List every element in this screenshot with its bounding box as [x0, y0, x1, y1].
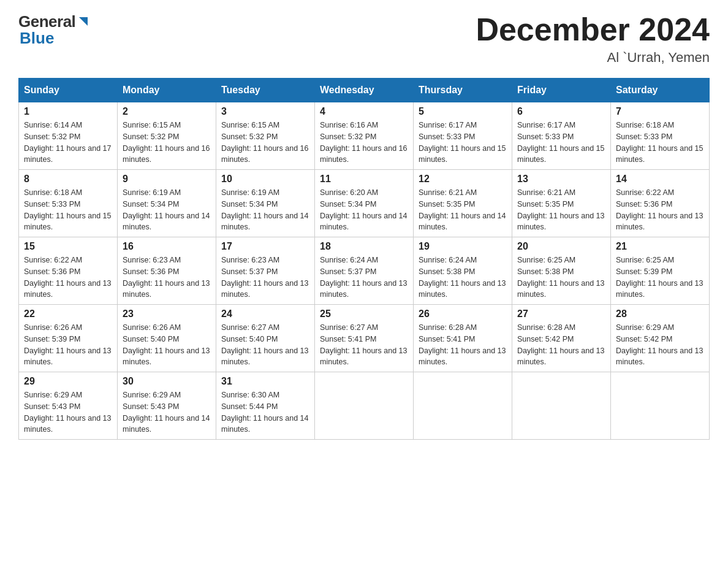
day-detail: Sunrise: 6:22 AM Sunset: 5:36 PM Dayligh…	[24, 255, 112, 301]
day-cell-12: 12 Sunrise: 6:21 AM Sunset: 5:35 PM Dayl…	[414, 170, 512, 237]
day-detail: Sunrise: 6:18 AM Sunset: 5:33 PM Dayligh…	[24, 187, 112, 233]
day-cell-25: 25 Sunrise: 6:27 AM Sunset: 5:41 PM Dayl…	[315, 305, 414, 372]
day-number: 17	[221, 241, 309, 252]
day-cell-5: 5 Sunrise: 6:17 AM Sunset: 5:33 PM Dayli…	[414, 102, 512, 170]
week-row-1: 1 Sunrise: 6:14 AM Sunset: 5:32 PM Dayli…	[19, 102, 710, 170]
day-number: 10	[221, 174, 309, 185]
day-detail: Sunrise: 6:29 AM Sunset: 5:43 PM Dayligh…	[24, 389, 112, 435]
weekday-header-thursday: Thursday	[414, 79, 512, 102]
day-number: 16	[123, 241, 211, 252]
empty-cell	[512, 372, 611, 440]
weekday-header-tuesday: Tuesday	[216, 79, 315, 102]
day-detail: Sunrise: 6:29 AM Sunset: 5:42 PM Dayligh…	[616, 322, 704, 368]
day-detail: Sunrise: 6:18 AM Sunset: 5:33 PM Dayligh…	[616, 120, 704, 166]
day-number: 31	[221, 376, 309, 387]
day-cell-7: 7 Sunrise: 6:18 AM Sunset: 5:33 PM Dayli…	[611, 102, 710, 170]
day-cell-9: 9 Sunrise: 6:19 AM Sunset: 5:34 PM Dayli…	[118, 170, 216, 237]
weekday-header-friday: Friday	[512, 79, 611, 102]
day-number: 26	[419, 308, 507, 320]
empty-cell	[611, 372, 710, 440]
day-detail: Sunrise: 6:25 AM Sunset: 5:38 PM Dayligh…	[517, 255, 605, 301]
weekday-header-sunday: Sunday	[19, 79, 118, 102]
day-cell-18: 18 Sunrise: 6:24 AM Sunset: 5:37 PM Dayl…	[315, 237, 414, 305]
day-number: 24	[221, 308, 309, 320]
day-number: 18	[320, 241, 408, 252]
empty-cell	[315, 372, 414, 440]
day-number: 23	[123, 308, 211, 320]
day-cell-23: 23 Sunrise: 6:26 AM Sunset: 5:40 PM Dayl…	[118, 305, 216, 372]
day-number: 6	[517, 106, 605, 117]
day-detail: Sunrise: 6:17 AM Sunset: 5:33 PM Dayligh…	[419, 120, 507, 166]
day-cell-29: 29 Sunrise: 6:29 AM Sunset: 5:43 PM Dayl…	[19, 372, 118, 440]
day-detail: Sunrise: 6:14 AM Sunset: 5:32 PM Dayligh…	[24, 120, 112, 166]
day-number: 1	[24, 106, 112, 117]
day-cell-19: 19 Sunrise: 6:24 AM Sunset: 5:38 PM Dayl…	[414, 237, 512, 305]
day-number: 27	[517, 308, 605, 320]
day-detail: Sunrise: 6:29 AM Sunset: 5:43 PM Dayligh…	[123, 389, 211, 435]
day-cell-21: 21 Sunrise: 6:25 AM Sunset: 5:39 PM Dayl…	[611, 237, 710, 305]
day-detail: Sunrise: 6:17 AM Sunset: 5:33 PM Dayligh…	[517, 120, 605, 166]
day-number: 25	[320, 308, 408, 320]
weekday-header-monday: Monday	[118, 79, 216, 102]
day-cell-2: 2 Sunrise: 6:15 AM Sunset: 5:32 PM Dayli…	[118, 102, 216, 170]
day-detail: Sunrise: 6:23 AM Sunset: 5:36 PM Dayligh…	[123, 255, 211, 301]
day-detail: Sunrise: 6:20 AM Sunset: 5:34 PM Dayligh…	[320, 187, 408, 233]
week-row-2: 8 Sunrise: 6:18 AM Sunset: 5:33 PM Dayli…	[19, 170, 710, 237]
day-cell-3: 3 Sunrise: 6:15 AM Sunset: 5:32 PM Dayli…	[216, 102, 315, 170]
day-detail: Sunrise: 6:21 AM Sunset: 5:35 PM Dayligh…	[419, 187, 507, 233]
weekday-header-row: SundayMondayTuesdayWednesdayThursdayFrid…	[19, 79, 710, 102]
day-number: 14	[616, 174, 704, 185]
day-cell-31: 31 Sunrise: 6:30 AM Sunset: 5:44 PM Dayl…	[216, 372, 315, 440]
calendar-title: December 2024	[476, 12, 710, 47]
day-detail: Sunrise: 6:16 AM Sunset: 5:32 PM Dayligh…	[320, 120, 408, 166]
day-number: 19	[419, 241, 507, 252]
empty-cell	[414, 372, 512, 440]
day-number: 11	[320, 174, 408, 185]
day-cell-17: 17 Sunrise: 6:23 AM Sunset: 5:37 PM Dayl…	[216, 237, 315, 305]
day-cell-24: 24 Sunrise: 6:27 AM Sunset: 5:40 PM Dayl…	[216, 305, 315, 372]
day-detail: Sunrise: 6:26 AM Sunset: 5:39 PM Dayligh…	[24, 322, 112, 368]
day-detail: Sunrise: 6:25 AM Sunset: 5:39 PM Dayligh…	[616, 255, 704, 301]
calendar-subtitle: Al `Urrah, Yemen	[476, 50, 710, 66]
day-number: 15	[24, 241, 112, 252]
day-cell-13: 13 Sunrise: 6:21 AM Sunset: 5:35 PM Dayl…	[512, 170, 611, 237]
day-number: 20	[517, 241, 605, 252]
day-cell-27: 27 Sunrise: 6:28 AM Sunset: 5:42 PM Dayl…	[512, 305, 611, 372]
day-cell-8: 8 Sunrise: 6:18 AM Sunset: 5:33 PM Dayli…	[19, 170, 118, 237]
day-cell-15: 15 Sunrise: 6:22 AM Sunset: 5:36 PM Dayl…	[19, 237, 118, 305]
day-detail: Sunrise: 6:24 AM Sunset: 5:37 PM Dayligh…	[320, 255, 408, 301]
day-detail: Sunrise: 6:19 AM Sunset: 5:34 PM Dayligh…	[221, 187, 309, 233]
day-cell-22: 22 Sunrise: 6:26 AM Sunset: 5:39 PM Dayl…	[19, 305, 118, 372]
day-cell-14: 14 Sunrise: 6:22 AM Sunset: 5:36 PM Dayl…	[611, 170, 710, 237]
day-detail: Sunrise: 6:24 AM Sunset: 5:38 PM Dayligh…	[419, 255, 507, 301]
title-block: December 2024 Al `Urrah, Yemen	[476, 12, 710, 66]
day-detail: Sunrise: 6:28 AM Sunset: 5:42 PM Dayligh…	[517, 322, 605, 368]
day-detail: Sunrise: 6:15 AM Sunset: 5:32 PM Dayligh…	[123, 120, 211, 166]
day-number: 13	[517, 174, 605, 185]
page-header: General Blue December 2024 Al `Urrah, Ye…	[18, 12, 710, 66]
day-number: 3	[221, 106, 309, 117]
day-number: 12	[419, 174, 507, 185]
logo: General Blue	[18, 12, 90, 48]
day-detail: Sunrise: 6:27 AM Sunset: 5:40 PM Dayligh…	[221, 322, 309, 368]
day-cell-30: 30 Sunrise: 6:29 AM Sunset: 5:43 PM Dayl…	[118, 372, 216, 440]
day-cell-10: 10 Sunrise: 6:19 AM Sunset: 5:34 PM Dayl…	[216, 170, 315, 237]
day-number: 29	[24, 376, 112, 387]
weekday-header-wednesday: Wednesday	[315, 79, 414, 102]
day-cell-20: 20 Sunrise: 6:25 AM Sunset: 5:38 PM Dayl…	[512, 237, 611, 305]
day-number: 5	[419, 106, 507, 117]
day-cell-16: 16 Sunrise: 6:23 AM Sunset: 5:36 PM Dayl…	[118, 237, 216, 305]
day-detail: Sunrise: 6:15 AM Sunset: 5:32 PM Dayligh…	[221, 120, 309, 166]
day-detail: Sunrise: 6:28 AM Sunset: 5:41 PM Dayligh…	[419, 322, 507, 368]
day-cell-1: 1 Sunrise: 6:14 AM Sunset: 5:32 PM Dayli…	[19, 102, 118, 170]
day-number: 8	[24, 174, 112, 185]
day-detail: Sunrise: 6:19 AM Sunset: 5:34 PM Dayligh…	[123, 187, 211, 233]
day-cell-26: 26 Sunrise: 6:28 AM Sunset: 5:41 PM Dayl…	[414, 305, 512, 372]
day-number: 30	[123, 376, 211, 387]
day-detail: Sunrise: 6:26 AM Sunset: 5:40 PM Dayligh…	[123, 322, 211, 368]
day-number: 28	[616, 308, 704, 320]
logo-blue-text: Blue	[20, 29, 54, 48]
svg-marker-0	[79, 17, 88, 26]
logo-arrow-icon	[77, 15, 90, 31]
day-number: 7	[616, 106, 704, 117]
